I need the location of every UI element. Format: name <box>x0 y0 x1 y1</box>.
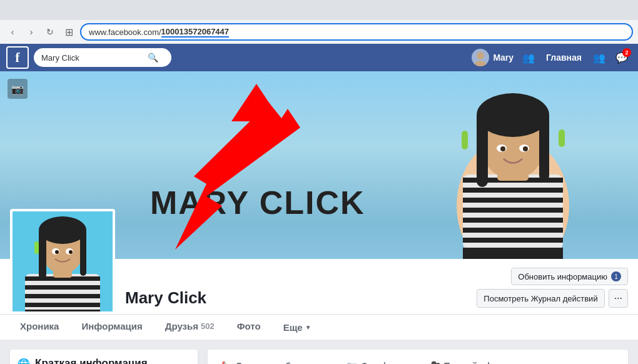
update-info-button[interactable]: Обновить информацию 1 <box>511 268 628 285</box>
video-icon: 🎥 <box>430 361 440 364</box>
svg-rect-9 <box>463 228 563 233</box>
fb-main-content: 🌐 Краткая информация Добавить временную … <box>0 340 638 364</box>
refresh-button[interactable]: ↻ <box>43 24 58 39</box>
fb-profile-tabs: Хроника Информация Друзья 502 Фото Еще ▼ <box>0 314 638 340</box>
photo-video-label: Фото/видео <box>361 361 412 364</box>
profile-avatar <box>10 209 115 314</box>
back-button[interactable]: ‹ <box>5 24 20 39</box>
tab-chronicle[interactable]: Хроника <box>10 315 69 340</box>
live-label: Прямой эфир <box>444 361 504 364</box>
forward-button[interactable]: › <box>24 24 39 39</box>
svg-rect-11 <box>463 248 563 259</box>
tab-photos[interactable]: Фото <box>227 315 271 340</box>
fb-home-link[interactable]: Главная <box>541 50 587 65</box>
update-info-badge: 1 <box>611 271 621 281</box>
fb-profile-section: Mary Click Обновить информацию 1 Посмотр… <box>0 259 638 314</box>
url-base: www.facebook.com/ <box>89 28 161 37</box>
people-icon: 👥 <box>593 52 605 64</box>
make-post-label: Сделать публикацию <box>236 361 329 364</box>
url-bar[interactable]: www.facebook.com/100013572067447 <box>80 23 633 41</box>
profile-name: Mary Click <box>125 288 467 308</box>
fb-logo: f <box>6 46 29 69</box>
fb-navbar: f 🔍 Mary 👥 Главная 👥 💬 2 <box>0 44 638 71</box>
view-journal-label: Посмотреть Журнал действий <box>484 294 597 303</box>
svg-point-0 <box>477 52 484 59</box>
svg-rect-29 <box>25 285 100 290</box>
fb-search-icon[interactable]: 🔍 <box>148 53 158 63</box>
make-post-button[interactable]: ✏️ Сделать публикацию <box>215 357 335 364</box>
pencil-icon: ✏️ <box>221 361 232 364</box>
svg-rect-6 <box>463 198 563 203</box>
camera-icon: 📷 <box>11 83 24 95</box>
cover-camera-icon[interactable]: 📷 <box>8 79 28 99</box>
svg-point-1 <box>474 61 487 66</box>
svg-rect-8 <box>463 218 563 223</box>
svg-rect-31 <box>25 303 100 307</box>
fb-post-box: ✏️ Сделать публикацию 📷 Фото/видео 🎥 Пря… <box>208 350 628 364</box>
fb-post-actions: ✏️ Сделать публикацию 📷 Фото/видео 🎥 Пря… <box>215 357 620 364</box>
svg-rect-17 <box>462 131 468 149</box>
svg-rect-30 <box>25 294 100 298</box>
fb-right-col: ✏️ Сделать публикацию 📷 Фото/видео 🎥 Пря… <box>208 350 628 364</box>
fb-nav-avatar <box>472 49 489 66</box>
brief-info-label: Краткая информация <box>35 357 148 364</box>
globe-icon: 🌐 <box>18 358 30 365</box>
view-journal-button[interactable]: Посмотреть Журнал действий <box>477 289 604 308</box>
messages-badge: 2 <box>622 48 631 57</box>
live-button[interactable]: 🎥 Прямой эфир <box>423 357 510 364</box>
tab-more-label: Еще <box>283 322 303 333</box>
fb-friends-icon[interactable]: 👥 <box>519 48 539 68</box>
svg-rect-15 <box>477 112 488 187</box>
photo-video-button[interactable]: 📷 Фото/видео <box>340 357 418 364</box>
fb-nav-username: Mary <box>493 53 514 63</box>
cover-name-text: MARY CLICK <box>150 184 365 221</box>
cover-person-figure <box>425 81 600 259</box>
profile-actions: Обновить информацию 1 Посмотреть Журнал … <box>477 268 628 314</box>
fb-people-icon[interactable]: 👥 <box>589 48 609 68</box>
svg-point-22 <box>523 146 528 151</box>
svg-rect-5 <box>463 188 563 193</box>
svg-rect-18 <box>559 129 565 147</box>
tab-more[interactable]: Еще ▼ <box>273 316 322 339</box>
brief-info-title: 🌐 Краткая информация <box>18 357 190 364</box>
camera-icon: 📷 <box>347 361 357 364</box>
svg-point-41 <box>55 250 59 254</box>
url-highlight: 100013572067447 <box>161 27 229 38</box>
fb-nav-user[interactable]: Mary <box>472 49 514 66</box>
svg-point-42 <box>69 250 73 254</box>
fb-messages-icon[interactable]: 💬 2 <box>612 48 632 68</box>
browser-chrome: ‹ › ↻ ⊞ www.facebook.com/100013572067447 <box>0 0 638 44</box>
tab-friends-label: Друзья <box>165 321 198 331</box>
friends-count: 502 <box>201 321 215 331</box>
chevron-down-icon: ▼ <box>305 324 311 331</box>
friends-icon: 👥 <box>522 52 535 64</box>
svg-point-21 <box>500 146 505 151</box>
profile-name-area: Mary Click <box>115 282 477 314</box>
svg-rect-38 <box>34 241 39 254</box>
fb-search-input[interactable] <box>41 53 148 63</box>
svg-rect-37 <box>80 229 86 276</box>
profile-btns-row: Посмотреть Журнал действий ··· <box>477 289 628 308</box>
svg-rect-36 <box>39 229 46 279</box>
svg-rect-32 <box>25 310 100 314</box>
brief-info-card: 🌐 Краткая информация Добавить временную … <box>10 350 198 364</box>
tab-info[interactable]: Информация <box>71 315 152 340</box>
update-info-label: Обновить информацию <box>518 272 607 281</box>
svg-rect-16 <box>539 112 549 181</box>
fb-left-col: 🌐 Краткая информация Добавить временную … <box>10 350 198 364</box>
more-dots-button[interactable]: ··· <box>609 289 628 308</box>
svg-rect-10 <box>463 238 563 243</box>
fb-search-bar[interactable]: 🔍 <box>34 48 171 67</box>
tab-friends[interactable]: Друзья 502 <box>155 315 225 340</box>
grid-button[interactable]: ⊞ <box>61 24 76 39</box>
browser-tab-bar <box>0 0 638 20</box>
svg-rect-7 <box>463 208 563 213</box>
browser-nav-bar: ‹ › ↻ ⊞ www.facebook.com/100013572067447 <box>0 20 638 44</box>
fb-nav-icons: 👥 Главная 👥 💬 2 <box>519 48 632 68</box>
